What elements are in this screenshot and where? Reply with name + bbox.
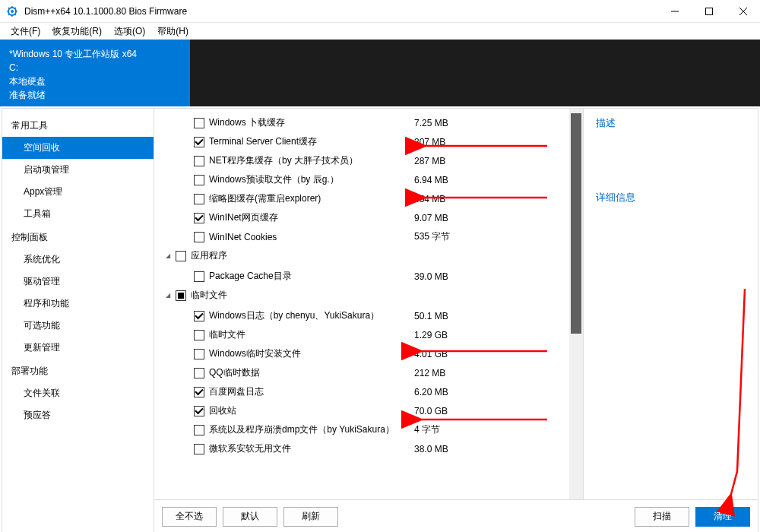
list-item[interactable]: Windows 卜载缓存7.25 MB xyxy=(160,113,569,132)
drive-letter: C: xyxy=(9,61,181,74)
deselect-all-button[interactable]: 全不选 xyxy=(162,507,217,527)
checkbox[interactable] xyxy=(194,311,204,321)
sidebar-group-deploy: 部署功能 xyxy=(2,359,154,382)
checkbox[interactable] xyxy=(194,232,204,242)
list-item[interactable]: Windows临时安装文件4.01 GB xyxy=(160,344,569,363)
description-heading: 描述 xyxy=(596,116,746,130)
item-size: 6.20 MB xyxy=(414,387,475,397)
list-item[interactable]: WinINet Cookies535 字节 xyxy=(160,227,569,246)
item-size: 39.0 MB xyxy=(414,271,475,282)
item-label: WinINet网页缓存 xyxy=(209,211,414,224)
list-item[interactable]: 百度网盘日志6.20 MB xyxy=(160,382,569,401)
item-size: 535 字节 xyxy=(414,230,475,243)
list-group-header[interactable]: ◢临时文件 xyxy=(160,286,569,305)
checkbox[interactable] xyxy=(194,175,204,185)
item-label: 微软系安软无用文件 xyxy=(209,442,414,455)
scrollbar-track[interactable] xyxy=(569,109,583,499)
clean-button[interactable]: 清理 xyxy=(695,507,750,527)
menu-options[interactable]: 选项(O) xyxy=(108,24,151,40)
checkbox[interactable] xyxy=(194,387,204,397)
sidebar: 常用工具 空间回收 启动项管理 Appx管理 工具箱 控制面板 系统优化 驱动管… xyxy=(2,109,154,532)
menu-restore[interactable]: 恢复功能(R) xyxy=(46,24,108,40)
item-label: QQ临时数据 xyxy=(209,366,414,379)
list-group-header[interactable]: ◢应用程序 xyxy=(160,246,569,265)
checkbox[interactable] xyxy=(194,406,204,416)
list-item[interactable]: 微软系安软无用文件38.0 MB xyxy=(160,439,569,458)
list-item[interactable]: 临时文件1.29 GB xyxy=(160,325,569,344)
refresh-button[interactable]: 刷新 xyxy=(283,507,338,527)
item-label: Windows日志（by chenyu、YukiSakura） xyxy=(209,309,414,322)
item-size: 654 MB xyxy=(414,194,475,204)
checkbox[interactable] xyxy=(194,118,204,128)
list-item[interactable]: Windows日志（by chenyu、YukiSakura）50.1 MB xyxy=(160,306,569,325)
sidebar-item-system-optimize[interactable]: 系统优化 xyxy=(2,249,154,271)
main-area: 常用工具 空间回收 启动项管理 Appx管理 工具箱 控制面板 系统优化 驱动管… xyxy=(2,108,758,532)
collapse-toggle-icon[interactable]: ◢ xyxy=(163,252,173,259)
list-item[interactable]: 回收站70.0 GB xyxy=(160,401,569,420)
checkbox[interactable] xyxy=(194,330,204,340)
sidebar-item-programs[interactable]: 程序和功能 xyxy=(2,293,154,315)
svg-point-1 xyxy=(11,10,14,13)
os-name: *Windows 10 专业工作站版 x64 xyxy=(9,47,181,61)
footer-bar: 全不选 默认 刷新 扫描 清理 xyxy=(154,499,758,532)
item-size: 70.0 GB xyxy=(414,406,475,416)
list-item[interactable]: WinINet网页缓存9.07 MB xyxy=(160,208,569,227)
sidebar-item-startup[interactable]: 启动项管理 xyxy=(2,159,154,181)
checkbox[interactable] xyxy=(194,137,204,147)
checkbox[interactable] xyxy=(194,425,204,435)
scrollbar-thumb[interactable] xyxy=(571,113,581,334)
content-area: Windows 卜载缓存7.25 MBTerminal Server Clien… xyxy=(154,109,758,532)
list-item[interactable]: NET程序集缓存（by 大胖子技术员）287 MB xyxy=(160,151,569,170)
sidebar-item-space-cleanup[interactable]: 空间回收 xyxy=(2,137,154,159)
menu-file[interactable]: 文件(F) xyxy=(5,24,46,40)
list-item[interactable]: 缩略图缓存(需重启explorer)654 MB xyxy=(160,189,569,208)
list-item[interactable]: Windows预读取文件（by 辰g.）6.94 MB xyxy=(160,170,569,189)
list-item[interactable]: QQ临时数据212 MB xyxy=(160,363,569,382)
item-size: 4 字节 xyxy=(414,423,475,436)
item-label: 回收站 xyxy=(209,404,414,417)
item-label: 临时文件 xyxy=(191,289,227,302)
right-panel: 描述 详细信息 xyxy=(583,109,758,499)
item-label: 应用程序 xyxy=(191,249,227,262)
checkbox[interactable] xyxy=(194,213,204,223)
window-title: Dism++x64 10.1.1000.80 Bios Firmware xyxy=(24,6,657,17)
sidebar-item-optional-features[interactable]: 可选功能 xyxy=(2,315,154,337)
checkbox[interactable] xyxy=(194,271,204,282)
checkbox[interactable] xyxy=(194,194,204,204)
minimize-button[interactable] xyxy=(657,0,692,23)
list-item[interactable]: Package Cache目录39.0 MB xyxy=(160,267,569,286)
scan-button[interactable]: 扫描 xyxy=(635,507,689,527)
checkbox[interactable] xyxy=(194,368,204,378)
checkbox[interactable] xyxy=(194,349,204,359)
item-size: 6.94 MB xyxy=(414,175,475,185)
item-label: Windows临时安装文件 xyxy=(209,347,414,360)
maximize-button[interactable] xyxy=(692,0,726,23)
checkbox[interactable] xyxy=(194,156,204,166)
item-label: WinINet Cookies xyxy=(209,232,414,242)
item-label: Package Cache目录 xyxy=(209,270,414,283)
collapse-toggle-icon[interactable]: ◢ xyxy=(163,292,173,299)
list-item[interactable]: Terminal Server Client缓存307 MB xyxy=(160,132,569,151)
close-button[interactable] xyxy=(726,0,760,23)
sidebar-item-appx[interactable]: Appx管理 xyxy=(2,181,154,203)
image-info-card[interactable]: *Windows 10 专业工作站版 x64 C: 本地硬盘 准备就绪 xyxy=(0,40,190,106)
sidebar-item-driver-manage[interactable]: 驱动管理 xyxy=(2,271,154,293)
item-size: 38.0 MB xyxy=(414,444,475,454)
item-size: 50.1 MB xyxy=(414,311,475,321)
checkbox[interactable] xyxy=(194,444,204,454)
checkbox[interactable] xyxy=(176,251,186,261)
item-label: 临时文件 xyxy=(209,328,414,341)
default-button[interactable]: 默认 xyxy=(223,507,277,527)
details-heading: 详细信息 xyxy=(596,191,746,204)
item-label: NET程序集缓存（by 大胖子技术员） xyxy=(209,154,414,167)
sidebar-item-toolbox[interactable]: 工具箱 xyxy=(2,203,154,225)
sidebar-item-update-manage[interactable]: 更新管理 xyxy=(2,337,154,359)
list-item[interactable]: 系统以及程序崩溃dmp文件（by YukiSakura）4 字节 xyxy=(160,420,569,439)
checkbox[interactable] xyxy=(176,290,186,301)
item-label: Windows预读取文件（by 辰g.） xyxy=(209,173,414,186)
sidebar-item-file-assoc[interactable]: 文件关联 xyxy=(2,382,154,404)
title-bar: Dism++x64 10.1.1000.80 Bios Firmware xyxy=(0,0,760,23)
menu-help[interactable]: 帮助(H) xyxy=(151,24,195,40)
sidebar-item-unattend[interactable]: 预应答 xyxy=(2,404,154,426)
item-label: 缩略图缓存(需重启explorer) xyxy=(209,192,414,205)
